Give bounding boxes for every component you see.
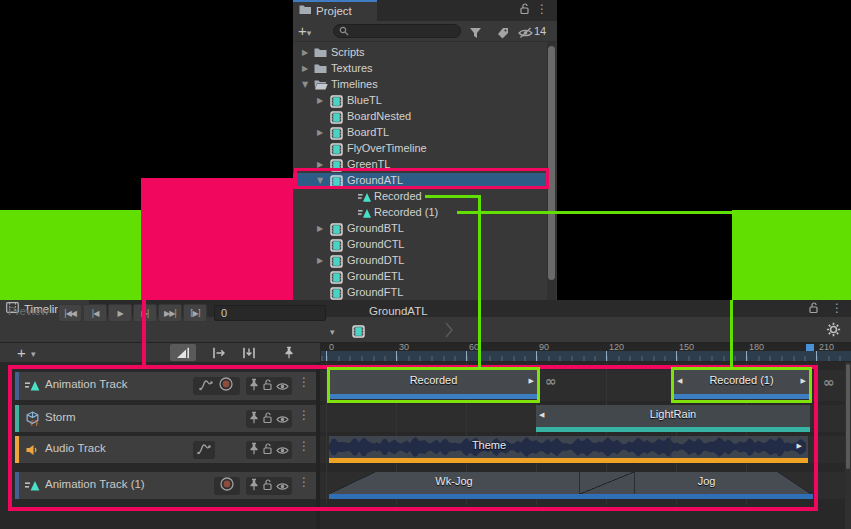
tree-item-bluetl[interactable]: ▶BlueTL [293, 93, 548, 109]
gear-icon[interactable] [826, 322, 841, 341]
tree-item-groundetl[interactable]: GroundETL [293, 269, 548, 285]
project-toolbar: +▾ 14 [293, 21, 557, 42]
timeline-icon [330, 95, 343, 107]
unlock-icon[interactable] [808, 302, 819, 317]
expander-arrow-icon[interactable]: ▶ [302, 64, 308, 73]
anim-clip-icon [358, 207, 371, 219]
pin-icon[interactable] [249, 477, 259, 495]
track-menu-icon[interactable]: ⋮ [298, 408, 310, 422]
go-to-end-button[interactable]: ▶▶| [158, 304, 182, 322]
tree-item-flyovertimeline[interactable]: FlyOverTimeline [293, 141, 548, 157]
replace-mode-button[interactable] [236, 344, 262, 361]
track-header-storm[interactable]: {} Storm ⋮ [15, 405, 316, 432]
eye-icon[interactable] [276, 441, 289, 459]
track-header-audio-track[interactable]: Audio Track ⋮ [15, 436, 316, 463]
tree-item-timelines[interactable]: ▼Timelines [293, 77, 548, 93]
panel-menu-icon[interactable]: ⋮ [831, 301, 843, 315]
current-frame-field[interactable]: 0 [214, 305, 326, 321]
next-frame-button[interactable]: ▶| [133, 304, 157, 322]
search-by-type-icon[interactable] [469, 25, 482, 43]
track-header-animation-track[interactable]: Animation Track ⋮ [15, 372, 316, 400]
search-by-label-icon[interactable] [496, 25, 509, 43]
tree-item-groundatl[interactable]: ▼GroundATL [293, 173, 548, 189]
track-menu-icon[interactable]: ⋮ [298, 475, 310, 489]
clip-in-arrow-icon: ◀ [539, 411, 544, 419]
record-button[interactable] [219, 476, 235, 496]
ruler-major-tick [326, 351, 327, 361]
ripple-mode-button[interactable] [206, 344, 232, 361]
unlock-icon[interactable] [519, 3, 530, 18]
expander-arrow-icon[interactable]: ▶ [317, 256, 323, 265]
tree-item-recorded[interactable]: Recorded [293, 189, 548, 205]
play-button[interactable]: ▶ [108, 304, 132, 322]
search-input[interactable] [349, 25, 453, 38]
tree-item-textures[interactable]: ▶Textures [293, 61, 548, 77]
breadcrumb-chevron-icon [445, 322, 454, 342]
timeline-asset-icon [352, 324, 365, 342]
pin-icon[interactable] [249, 410, 259, 428]
record-button[interactable] [218, 376, 234, 396]
lock-icon[interactable] [262, 410, 273, 428]
expander-arrow-icon[interactable]: ▶ [302, 48, 308, 57]
add-track-button[interactable]: + [17, 344, 26, 361]
timeline-icon [330, 223, 343, 235]
expander-arrow-icon[interactable]: ▶ [317, 224, 323, 233]
mix-mode-button[interactable] [170, 344, 196, 361]
expander-arrow-icon[interactable]: ▶ [317, 128, 323, 137]
tree-item-greentl[interactable]: ▶GreenTL [293, 157, 548, 173]
grid-line [326, 362, 327, 505]
project-scrollbar-thumb[interactable] [548, 46, 555, 280]
clip-blend[interactable] [579, 472, 635, 494]
animation-track-icon [25, 478, 40, 496]
tree-item-groundctl[interactable]: GroundCTL [293, 237, 548, 253]
hidden-count-eye-icon[interactable] [518, 25, 533, 43]
project-scrollbar[interactable] [547, 42, 556, 300]
frame-field-dropdown-icon[interactable]: ▾ [330, 327, 335, 337]
curves-toggle-icon[interactable] [197, 441, 211, 459]
tree-item-boardnested[interactable]: BoardNested [293, 109, 548, 125]
create-asset-button[interactable]: +▾ [298, 22, 311, 39]
tree-item-label: GroundCTL [347, 238, 404, 250]
marker-pin-icon[interactable] [280, 344, 298, 361]
go-to-start-button[interactable]: |◀◀ [58, 304, 82, 322]
track-menu-icon[interactable]: ⋮ [298, 439, 310, 453]
clip-recorded[interactable]: Recorded ▶ [330, 370, 537, 399]
timeline-scrollbar[interactable] [845, 362, 851, 529]
tree-item-groundbtl[interactable]: ▶GroundBTL [293, 221, 548, 237]
expander-arrow-icon[interactable]: ▼ [302, 80, 308, 89]
expander-arrow-icon[interactable]: ▶ [317, 160, 323, 169]
tree-item-groundftl[interactable]: GroundFTL [293, 285, 548, 300]
expander-arrow-icon[interactable]: ▶ [317, 96, 323, 105]
pin-icon[interactable] [249, 377, 259, 395]
breadcrumb[interactable]: GroundATL [369, 305, 428, 317]
eye-icon[interactable] [276, 410, 289, 428]
clip-lightrain[interactable]: LightRain ◀ [536, 405, 810, 432]
tree-item-scripts[interactable]: ▶Scripts [293, 45, 548, 61]
panel-menu-icon[interactable]: ⋮ [536, 2, 548, 16]
track-menu-icon[interactable]: ⋮ [298, 375, 310, 389]
curves-toggle-icon[interactable] [199, 377, 213, 395]
tree-item-grounddtl[interactable]: ▶GroundDTL [293, 253, 548, 269]
project-search-field[interactable] [333, 24, 461, 38]
clip-recorded-1[interactable]: Recorded (1) ◀ ▶ [674, 370, 809, 399]
lock-icon[interactable] [262, 377, 273, 395]
preview-toggle[interactable]: Preview [8, 305, 49, 317]
timeline-scrollbar-thumb[interactable] [846, 364, 850, 469]
tree-item-boardtl[interactable]: ▶BoardTL [293, 125, 548, 141]
previous-frame-button[interactable]: |◀ [83, 304, 107, 322]
playhead-marker[interactable] [806, 344, 814, 351]
lock-icon[interactable] [262, 441, 273, 459]
lock-icon[interactable] [262, 477, 273, 495]
add-track-dropdown-icon[interactable]: ▾ [31, 349, 36, 359]
timeline-icon [330, 175, 343, 187]
eye-icon[interactable] [276, 477, 289, 495]
pin-icon[interactable] [249, 441, 259, 459]
expander-arrow-icon[interactable]: ▼ [317, 176, 323, 185]
eye-icon[interactable] [276, 377, 289, 395]
tab-project[interactable]: Project [293, 0, 377, 21]
clip-theme[interactable]: Theme ▶ [329, 436, 808, 463]
track-header-animation-track-1[interactable]: Animation Track (1) ⋮ [15, 472, 316, 499]
tree-item-recorded-1-[interactable]: Recorded (1) [293, 205, 548, 221]
play-range-button[interactable]: [▶] [183, 304, 207, 322]
clip-edge [330, 394, 537, 399]
